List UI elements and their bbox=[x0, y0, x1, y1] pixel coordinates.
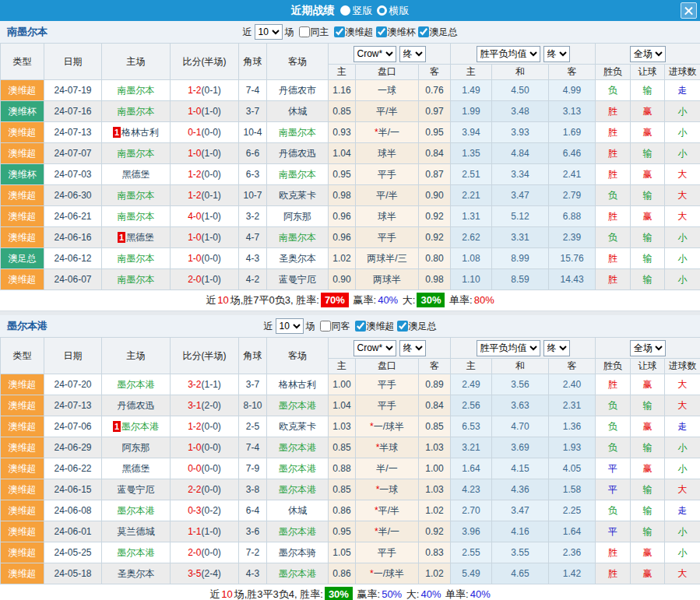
match-score: 1-2(0-1) bbox=[171, 80, 239, 101]
avg-away: 3.13 bbox=[549, 101, 596, 122]
scope-select[interactable]: 全场 bbox=[630, 46, 666, 62]
summary-segment: 近 bbox=[206, 294, 216, 306]
avg-select[interactable]: 胜平负均值 bbox=[477, 46, 540, 62]
home-odds: 0.86 bbox=[329, 500, 356, 521]
summary-segment: 场,胜7平0负3, 胜率: bbox=[230, 294, 319, 306]
avg-final-select[interactable]: 终 bbox=[543, 340, 570, 356]
same-venue-checkbox[interactable]: 同主 bbox=[297, 26, 329, 39]
avg-away: 1.58 bbox=[549, 479, 596, 500]
match-count-select[interactable]: 10 bbox=[255, 24, 283, 40]
odds-company-select[interactable]: Crow* bbox=[354, 340, 396, 356]
avg-draw: 3.34 bbox=[492, 164, 549, 185]
avg-home: 2.62 bbox=[451, 227, 492, 248]
col-home: 主场 bbox=[102, 44, 171, 80]
checkbox[interactable] bbox=[299, 26, 310, 37]
avg-final-select[interactable]: 终 bbox=[543, 46, 570, 62]
avg-draw: 4.36 bbox=[492, 479, 549, 500]
radio-vertical-layout[interactable]: 竖版 bbox=[340, 4, 373, 18]
match-date: 24-07-13 bbox=[44, 395, 102, 416]
avg-draw: 3.48 bbox=[492, 101, 549, 122]
home-odds: 0.95 bbox=[329, 521, 356, 542]
home-team: 南墨尔本 bbox=[102, 269, 171, 290]
avg-home: 1.10 bbox=[451, 269, 492, 290]
rank-badge: 1 bbox=[113, 127, 121, 138]
summary-segment: 10 bbox=[217, 294, 228, 306]
checkbox[interactable] bbox=[376, 26, 387, 37]
summary-segment: 40% bbox=[378, 294, 398, 306]
result-wdl: 胜 bbox=[596, 122, 631, 143]
result-goals: 大 bbox=[665, 206, 700, 227]
summary-segment: 80% bbox=[474, 294, 494, 306]
league-filter-checkbox[interactable]: 澳足总 bbox=[416, 26, 458, 39]
scope-select[interactable]: 全场 bbox=[630, 340, 666, 356]
match-score: 1-0(0-0) bbox=[171, 437, 239, 458]
avg-select[interactable]: 胜平负均值 bbox=[477, 340, 540, 356]
match-date: 24-06-30 bbox=[44, 185, 102, 206]
league-filter-checkbox[interactable]: 澳维超 bbox=[353, 320, 395, 333]
games-label: 场 bbox=[306, 320, 315, 333]
checkbox[interactable] bbox=[418, 26, 429, 37]
col-handicap: 盘口 bbox=[356, 359, 419, 374]
avg-draw: 3.47 bbox=[492, 500, 549, 521]
near-label: 近 bbox=[243, 26, 252, 39]
summary-segment: 大: bbox=[403, 588, 419, 600]
odds-company-select[interactable]: Crow* bbox=[354, 46, 396, 62]
league-filter-checkbox[interactable]: 澳维超 bbox=[332, 26, 374, 39]
games-label: 场 bbox=[285, 26, 294, 39]
match-score: 1-0(1-0) bbox=[171, 227, 239, 248]
away-odds: 0.92 bbox=[419, 227, 451, 248]
match-row: 澳维超24-06-161黑德堡1-0(1-0)4-7南墨尔本0.96平手0.92… bbox=[1, 227, 700, 248]
away-odds: 1.02 bbox=[419, 500, 451, 521]
away-team: 墨尔本港 bbox=[267, 395, 329, 416]
odds-final-select[interactable]: 终 bbox=[399, 340, 426, 356]
odds-final-select[interactable]: 终 bbox=[399, 46, 426, 62]
avg-away: 15.76 bbox=[549, 248, 596, 269]
col-wdl: 胜负 bbox=[596, 359, 631, 374]
checkbox[interactable] bbox=[397, 321, 408, 332]
same-venue-label: 同主 bbox=[311, 26, 329, 39]
away-team: 墨尔本港 bbox=[267, 458, 329, 479]
away-odds: 0.92 bbox=[419, 521, 451, 542]
match-score: 2-2(0-0) bbox=[171, 479, 239, 500]
same-venue-checkbox[interactable]: 同客 bbox=[318, 320, 350, 333]
league-badge: 澳维超 bbox=[1, 437, 44, 458]
team2-name: 墨尔本港 bbox=[7, 319, 47, 333]
result-goals: 小 bbox=[665, 521, 700, 542]
handicap: 平手 bbox=[356, 542, 419, 563]
close-icon[interactable] bbox=[681, 2, 697, 19]
checkbox[interactable] bbox=[355, 321, 366, 332]
away-odds: 0.85 bbox=[419, 416, 451, 437]
away-team: 丹德农迅 bbox=[267, 143, 329, 164]
away-odds: 0.87 bbox=[419, 164, 451, 185]
result-wdl: 胜 bbox=[596, 101, 631, 122]
match-score: 1-0(1-0) bbox=[171, 143, 239, 164]
match-count-select[interactable]: 10 bbox=[276, 318, 304, 334]
checkbox[interactable] bbox=[320, 321, 331, 332]
scope-group-header: 全场 bbox=[596, 44, 700, 65]
result-wdl: 负 bbox=[596, 185, 631, 206]
home-odds: 0.93 bbox=[329, 122, 356, 143]
league-filter-checkbox[interactable]: 澳维杯 bbox=[374, 26, 416, 39]
home-team: 圣奥尔本 bbox=[102, 563, 171, 584]
league-badge: 澳维超 bbox=[1, 206, 44, 227]
home-odds: 0.90 bbox=[329, 269, 356, 290]
match-date: 24-07-06 bbox=[44, 416, 102, 437]
col-avg-draw: 和 bbox=[492, 65, 549, 80]
match-date: 24-07-13 bbox=[44, 122, 102, 143]
col-goals: 进球数 bbox=[665, 65, 700, 80]
match-score: 1-0(0-0) bbox=[171, 248, 239, 269]
col-date: 日期 bbox=[44, 338, 102, 374]
checkbox[interactable] bbox=[334, 26, 345, 37]
radio-horizontal-layout[interactable]: 横版 bbox=[377, 4, 410, 18]
avg-draw: 4.50 bbox=[492, 80, 549, 101]
handicap: 平手 bbox=[356, 164, 419, 185]
away-team: 南墨尔本 bbox=[267, 227, 329, 248]
match-row: 澳维超24-06-15蓝曼宁厄2-2(0-0)3-8墨尔本港0.85*一球1.0… bbox=[1, 479, 700, 500]
result-goals: 大 bbox=[665, 374, 700, 395]
col-let-ball: 让球 bbox=[631, 359, 665, 374]
avg-draw: 3.69 bbox=[492, 437, 549, 458]
league-filter-checkbox[interactable]: 澳足总 bbox=[395, 320, 437, 333]
result-wdl: 平 bbox=[596, 458, 631, 479]
match-date: 24-05-18 bbox=[44, 563, 102, 584]
home-team: 1黑德堡 bbox=[102, 227, 171, 248]
